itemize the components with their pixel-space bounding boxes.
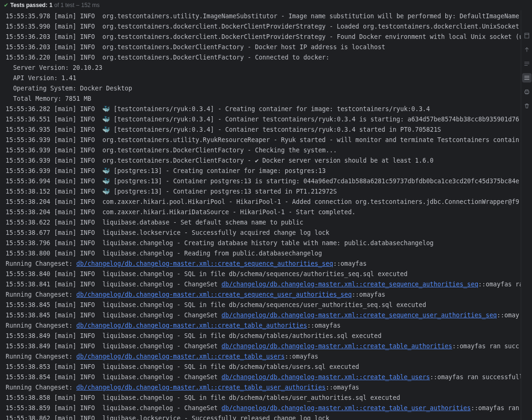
log-line: Server Version: 20.10.23 [6, 63, 521, 73]
log-line: 15:55:36.939 [main] INFO org.testcontain… [6, 156, 521, 166]
console-output[interactable]: 15:55:35.978 [main] INFO org.testcontain… [0, 10, 521, 420]
log-line: 15:55:36.935 [main] INFO 🐳 [testcontaine… [6, 125, 521, 135]
log-line: 15:55:38.841 [main] INFO liquibase.chang… [6, 279, 521, 290]
log-line: Operating System: Docker Desktop [6, 83, 521, 94]
clear-icon[interactable] [522, 101, 532, 111]
file-link[interactable]: db/changelog/db.changelog-master.xml::cr… [76, 291, 352, 298]
wrap-lines-icon[interactable] [522, 59, 532, 68]
log-line: 15:55:36.220 [main] INFO org.testcontain… [6, 52, 521, 63]
file-link[interactable]: db/changelog/db.changelog-master.xml::cr… [222, 374, 430, 381]
check-icon: ✔ [4, 2, 8, 8]
log-line: 15:55:38.854 [main] INFO liquibase.chang… [6, 372, 521, 382]
file-link[interactable]: db/changelog/db.changelog-master.xml::cr… [76, 322, 307, 329]
log-line: Running Changeset: db/changelog/db.chang… [6, 321, 521, 331]
log-line: 15:55:35.978 [main] INFO org.testcontain… [6, 11, 521, 22]
log-line: 15:55:38.858 [main] INFO liquibase.chang… [6, 393, 521, 403]
log-line: 15:55:35.990 [main] INFO org.testcontain… [6, 22, 521, 32]
scroll-up-icon[interactable] [522, 45, 532, 54]
tests-passed-label: Tests passed: [10, 2, 47, 8]
log-line: 15:55:38.845 [main] INFO liquibase.chang… [6, 300, 521, 310]
log-line: Running Changeset: db/changelog/db.chang… [6, 382, 521, 393]
log-line: 15:55:36.203 [main] INFO org.testcontain… [6, 32, 521, 42]
log-line: 15:55:38.853 [main] INFO liquibase.chang… [6, 362, 521, 372]
file-link[interactable]: db/changelog/db.changelog-master.xml::cr… [222, 343, 452, 350]
log-line: Running Changeset: db/changelog/db.chang… [6, 290, 521, 300]
log-line: 15:55:38.845 [main] INFO liquibase.chang… [6, 310, 521, 321]
tests-passed-count: 1 [49, 2, 52, 8]
log-line: 15:55:38.849 [main] INFO liquibase.chang… [6, 331, 521, 341]
tests-time: 152 ms [81, 2, 99, 8]
log-line: 15:55:36.203 [main] INFO org.testcontain… [6, 42, 521, 52]
file-link[interactable]: db/changelog/db.changelog-master.xml::cr… [76, 353, 285, 360]
log-line: Running Changeset: db/changelog/db.chang… [6, 352, 521, 362]
log-line: 15:55:38.800 [main] INFO liquibase.chang… [6, 248, 521, 259]
log-line: 15:55:38.840 [main] INFO liquibase.chang… [6, 269, 521, 279]
test-status-bar: ✔ Tests passed: 1 of 1 test – 152 ms [0, 0, 532, 10]
expand-panel-icon[interactable] [522, 31, 532, 40]
log-line: 15:55:38.862 [main] INFO liquibase.locks… [6, 413, 521, 420]
log-line: 15:55:36.939 [main] INFO org.testcontain… [6, 135, 521, 145]
tests-total: of 1 test [54, 2, 75, 8]
log-line: 15:55:38.677 [main] INFO liquibase.locks… [6, 228, 521, 238]
log-line: 15:55:36.282 [main] INFO 🐳 [testcontaine… [6, 104, 521, 114]
file-link[interactable]: db/changelog/db.changelog-master.xml::cr… [76, 260, 333, 267]
log-line: 15:55:36.939 [main] INFO 🐳 [postgres:13]… [6, 166, 521, 176]
log-line: 15:55:36.939 [main] INFO org.testcontain… [6, 145, 521, 156]
log-line: 15:55:38.859 [main] INFO liquibase.chang… [6, 403, 521, 413]
log-line: 15:55:38.204 [main] INFO com.zaxxer.hika… [6, 197, 521, 207]
log-line: 15:55:38.622 [main] INFO liquibase.datab… [6, 218, 521, 228]
log-line: 15:55:38.204 [main] INFO com.zaxxer.hika… [6, 207, 521, 218]
file-link[interactable]: db/changelog/db.changelog-master.xml::cr… [76, 384, 326, 391]
log-line: 15:55:36.551 [main] INFO 🐳 [testcontaine… [6, 114, 521, 125]
log-line: Total Memory: 7851 MB [6, 94, 521, 104]
print-icon[interactable] [522, 87, 532, 97]
log-line: 15:55:36.994 [main] INFO 🐳 [postgres:13]… [6, 176, 521, 187]
file-link[interactable]: db/changelog/db.changelog-master.xml::cr… [222, 312, 497, 319]
log-line: 15:55:38.849 [main] INFO liquibase.chang… [6, 341, 521, 352]
log-line: Running Changeset: db/changelog/db.chang… [6, 259, 521, 269]
file-link[interactable]: db/changelog/db.changelog-master.xml::cr… [222, 405, 471, 412]
file-link[interactable]: db/changelog/db.changelog-master.xml::cr… [222, 281, 479, 288]
log-line: 15:55:38.796 [main] INFO liquibase.chang… [6, 238, 521, 248]
svg-rect-0 [525, 91, 529, 93]
tests-dash: – [76, 2, 80, 8]
console-side-toolbar [521, 10, 532, 420]
log-line: API Version: 1.41 [6, 73, 521, 83]
scroll-to-end-icon[interactable] [522, 73, 532, 82]
log-line: 15:55:38.152 [main] INFO 🐳 [postgres:13]… [6, 187, 521, 197]
